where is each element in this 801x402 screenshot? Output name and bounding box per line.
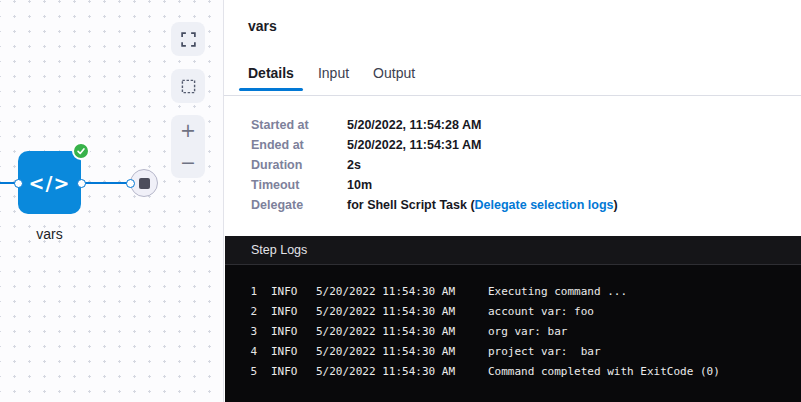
details-list: Started at 5/20/2022, 11:54:28 AM Ended …: [224, 96, 801, 215]
success-check-icon: [72, 142, 90, 160]
zoom-in-button[interactable]: +: [171, 115, 205, 147]
pipeline-step-view: </> vars + − vars Detail: [0, 0, 801, 402]
step-node-label: vars: [6, 226, 93, 242]
log-line-number: 4: [225, 342, 257, 362]
zoom-out-button[interactable]: −: [171, 147, 205, 179]
tab-details[interactable]: Details: [239, 65, 303, 95]
detail-label: Delegate: [251, 195, 347, 215]
details-tabbar: Details Input Output: [224, 65, 801, 96]
detail-value: 10m: [347, 175, 372, 195]
edge-outgoing: [80, 182, 130, 184]
detail-row-duration: Duration 2s: [251, 155, 801, 175]
log-timestamp: 5/20/2022 11:54:30 AM: [316, 362, 488, 382]
log-timestamp: 5/20/2022 11:54:30 AM: [316, 302, 488, 322]
detail-row-delegate: Delegate for Shell Script Task (Delegate…: [251, 195, 801, 215]
detail-row-ended-at: Ended at 5/20/2022, 11:54:31 AM: [251, 135, 801, 155]
pipeline-graph-canvas[interactable]: </> vars + −: [0, 0, 223, 402]
delegate-selection-logs-link[interactable]: Delegate selection logs: [475, 198, 614, 212]
log-line: 1 INFO 5/20/2022 11:54:30 AM Executing c…: [225, 282, 801, 302]
node-port-left: [14, 179, 23, 188]
log-message: org var: bar: [488, 322, 801, 342]
marquee-select-icon: [181, 79, 196, 94]
log-timestamp: 5/20/2022 11:54:30 AM: [316, 282, 488, 302]
log-message: account var: foo: [488, 302, 801, 322]
log-message: Executing command ...: [488, 282, 801, 302]
log-timestamp: 5/20/2022 11:54:30 AM: [316, 342, 488, 362]
log-line: 3 INFO 5/20/2022 11:54:30 AM org var: ba…: [225, 322, 801, 342]
log-line: 4 INFO 5/20/2022 11:54:30 AM project var…: [225, 342, 801, 362]
detail-label: Ended at: [251, 135, 347, 155]
log-line: 5 INFO 5/20/2022 11:54:30 AM Command com…: [225, 362, 801, 382]
detail-value: 2s: [347, 155, 361, 175]
log-line-number: 1: [225, 282, 257, 302]
detail-value: 5/20/2022, 11:54:31 AM: [347, 135, 481, 155]
detail-label: Duration: [251, 155, 347, 175]
log-line-number: 3: [225, 322, 257, 342]
end-node-port: [126, 179, 135, 188]
step-title: vars: [224, 0, 801, 34]
log-line: 2 INFO 5/20/2022 11:54:30 AM account var…: [225, 302, 801, 322]
fullscreen-button[interactable]: [171, 22, 205, 56]
marquee-select-button[interactable]: [171, 69, 205, 103]
node-port-right: [77, 179, 86, 188]
detail-value: 5/20/2022, 11:54:28 AM: [347, 115, 481, 135]
log-level: INFO: [271, 322, 316, 342]
detail-label: Timeout: [251, 175, 347, 195]
step-node-vars[interactable]: </>: [18, 151, 81, 214]
delegate-value-prefix: for Shell Script Task (: [347, 198, 475, 212]
delegate-value-suffix: ): [614, 198, 618, 212]
detail-row-timeout: Timeout 10m: [251, 175, 801, 195]
log-level: INFO: [271, 302, 316, 322]
log-message: project var: bar: [488, 342, 801, 362]
log-timestamp: 5/20/2022 11:54:30 AM: [316, 322, 488, 342]
tab-output[interactable]: Output: [364, 65, 424, 95]
step-logs-body[interactable]: 1 INFO 5/20/2022 11:54:30 AM Executing c…: [225, 265, 801, 382]
zoom-controls: + −: [171, 115, 205, 178]
step-logs-title: Step Logs: [251, 243, 307, 257]
shell-script-icon: </>: [29, 172, 71, 194]
detail-row-started-at: Started at 5/20/2022, 11:54:28 AM: [251, 115, 801, 135]
step-logs-console: Step Logs 1 INFO 5/20/2022 11:54:30 AM E…: [225, 236, 801, 402]
log-level: INFO: [271, 362, 316, 382]
step-details-panel: vars Details Input Output Started at 5/2…: [223, 0, 801, 402]
log-line-number: 2: [225, 302, 257, 322]
log-level: INFO: [271, 282, 316, 302]
stop-square-icon: [139, 178, 150, 189]
fullscreen-icon: [181, 32, 196, 47]
log-line-number: 5: [225, 362, 257, 382]
tab-input[interactable]: Input: [309, 65, 358, 95]
step-logs-header: Step Logs: [225, 236, 801, 265]
detail-value: for Shell Script Task (Delegate selectio…: [347, 195, 618, 215]
log-message: Command completed with ExitCode (0): [488, 362, 801, 382]
detail-label: Started at: [251, 115, 347, 135]
log-level: INFO: [271, 342, 316, 362]
